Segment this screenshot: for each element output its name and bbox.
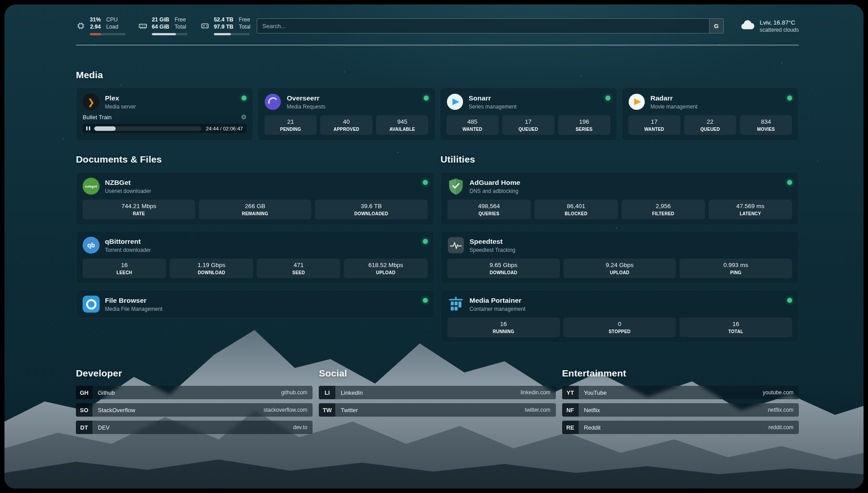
weather-widget: Lviv, 16.87°C scattered clouds xyxy=(740,19,799,33)
stat-download: 9.65 Gbps DOWNLOAD xyxy=(447,259,560,278)
ram-readout: 21 GiB 64 GiB Free Total xyxy=(152,17,188,35)
sonarr-icon xyxy=(447,93,463,110)
stat-blocked: 86,401 BLOCKED xyxy=(534,200,618,219)
search-engine-button[interactable]: G xyxy=(709,19,723,33)
app-title: Plex xyxy=(105,94,136,102)
section-title-social: Social xyxy=(319,368,555,379)
stat-value: 16 xyxy=(85,262,163,268)
bookmark-name: Netflix xyxy=(584,407,600,414)
bookmark-badge: RE xyxy=(562,421,579,434)
stat-value: 39.6 TB xyxy=(317,203,425,209)
app-card-radarr[interactable]: Radarr Movie management 17 WANTED 22 QUE… xyxy=(622,88,799,141)
playback-time: 24:44 / 02:06:47 xyxy=(206,126,243,131)
ram-free-label: Free xyxy=(175,17,186,24)
search-input[interactable] xyxy=(257,19,709,33)
app-card-adguard[interactable]: AdGuard Home DNS and adblocking 498,564 … xyxy=(441,172,799,225)
stat-label: SERIES xyxy=(561,127,608,132)
qbittorrent-icon-text: qb xyxy=(87,242,95,249)
bookmark-name: DEV xyxy=(98,424,110,431)
app-subtitle: Torrent downloader xyxy=(105,247,151,253)
playback-progress-track[interactable] xyxy=(94,126,202,131)
bookmark-twitter[interactable]: TW Twitter twitter.com xyxy=(319,403,555,417)
app-card-speedtest[interactable]: Speedtest Speedtest Tracking 9.65 Gbps D… xyxy=(441,231,799,284)
status-dot xyxy=(787,96,792,100)
disk-icon xyxy=(200,21,210,31)
app-card-sonarr[interactable]: Sonarr Series management 485 WANTED 17 Q… xyxy=(440,88,617,141)
bookmark-github[interactable]: GH Github github.com xyxy=(76,386,313,399)
stat-label: RUNNING xyxy=(450,329,557,334)
qbittorrent-icon: qb xyxy=(83,237,100,254)
filebrowser-icon xyxy=(83,296,100,313)
stat-seed: 471 SEED xyxy=(257,259,340,278)
plex-player: 24:44 / 02:06:47 xyxy=(83,124,246,133)
stat-available: 945 AVAILABLE xyxy=(376,115,428,135)
app-subtitle: Usenet downloader xyxy=(105,188,151,194)
app-title: Radarr xyxy=(651,94,697,102)
app-subtitle: Media Requests xyxy=(287,104,326,110)
weather-condition: scattered clouds xyxy=(760,27,799,33)
stat-value: 485 xyxy=(449,118,496,125)
app-title: Overseerr xyxy=(287,94,326,102)
stat-approved: 40 APPROVED xyxy=(320,115,372,135)
cpu-readout: 31% 2.94 CPU Load xyxy=(90,17,125,35)
stat-value: 471 xyxy=(259,262,338,268)
stat-queued: 17 QUEUED xyxy=(502,115,555,135)
middle-columns: Documents & Files nzbget NZBGet Usenet d… xyxy=(76,154,799,343)
bookmark-url: netflix.com xyxy=(768,407,793,413)
stat-running: 16 RUNNING xyxy=(447,318,560,337)
stat-value: 17 xyxy=(631,118,678,125)
stat-ping: 0.993 ms PING xyxy=(680,259,792,278)
stat-queries: 498,564 QUERIES xyxy=(447,200,531,219)
cpu-load-label: Load xyxy=(106,24,118,31)
bookmark-dev[interactable]: DT DEV dev.to xyxy=(76,421,313,434)
bookmark-name: Reddit xyxy=(584,424,601,431)
app-card-nzbget[interactable]: nzbget NZBGet Usenet downloader 744.21 M… xyxy=(76,172,434,225)
disk-total: 97.9 TB xyxy=(214,24,234,31)
app-title: qBittorrent xyxy=(105,238,151,246)
bookmark-youtube[interactable]: YT YouTube youtube.com xyxy=(562,386,799,399)
stat-label: WANTED xyxy=(631,127,678,132)
bookmark-netflix[interactable]: NF Netflix netflix.com xyxy=(562,403,799,417)
stat-label: APPROVED xyxy=(323,127,370,132)
app-card-portainer[interactable]: Media Portainer Container management 16 … xyxy=(441,290,799,343)
app-card-plex[interactable]: ❯ Plex Media server Bullet Train ⚙ xyxy=(76,88,253,141)
stat-label: PING xyxy=(682,270,789,275)
cpu-progress-bar xyxy=(90,33,125,35)
stat-label: AVAILABLE xyxy=(379,127,426,132)
stat-label: SEED xyxy=(259,270,338,275)
stat-label: RATE xyxy=(85,211,192,216)
settings-icon[interactable]: ⚙ xyxy=(241,113,247,121)
bookmark-url: twitter.com xyxy=(525,407,550,413)
bookmark-name: YouTube xyxy=(584,389,607,396)
app-title: NZBGet xyxy=(105,179,151,187)
stat-series: 196 SERIES xyxy=(558,115,610,135)
bookmark-badge: NF xyxy=(562,403,579,417)
app-subtitle: Container management xyxy=(470,306,526,312)
bookmark-linkedin[interactable]: LI LinkedIn linkedin.com xyxy=(319,386,555,399)
bookmark-name: Github xyxy=(98,389,115,396)
status-dot xyxy=(424,96,429,100)
stat-stopped: 0 STOPPED xyxy=(563,318,676,337)
stat-value: 1.19 Gbps xyxy=(172,262,250,268)
stat-value: 266 GB xyxy=(201,203,309,209)
stat-label: TOTAL xyxy=(682,329,789,334)
media-row: ❯ Plex Media server Bullet Train ⚙ xyxy=(76,88,799,141)
stat-label: WANTED xyxy=(449,127,496,132)
app-title: Speedtest xyxy=(470,238,516,246)
stat-label: UPLOAD xyxy=(566,270,673,275)
pause-icon[interactable] xyxy=(86,126,90,130)
app-card-overseerr[interactable]: Overseerr Media Requests 21 PENDING 40 A… xyxy=(258,88,435,141)
stat-value: 744.21 Mbps xyxy=(85,203,192,209)
section-title-entertainment: Entertainment xyxy=(562,368,799,379)
bookmark-reddit[interactable]: RE Reddit reddit.com xyxy=(562,421,799,434)
stat-upload: 9.24 Gbps UPLOAD xyxy=(563,259,676,278)
app-card-filebrowser[interactable]: File Browser Media File Management xyxy=(76,290,434,318)
app-card-qbittorrent[interactable]: qb qBittorrent Torrent downloader 16 LEE… xyxy=(76,231,434,284)
bookmark-url: youtube.com xyxy=(763,389,793,396)
playback-progress-fill xyxy=(94,126,116,131)
stat-label: DOWNLOAD xyxy=(172,270,250,275)
status-dot xyxy=(423,298,428,303)
bookmark-stackoverflow[interactable]: SO StackOverflow stackoverflow.com xyxy=(76,403,313,417)
bookmark-badge: TW xyxy=(319,403,335,417)
plex-chevron-glyph: ❯ xyxy=(88,97,95,107)
